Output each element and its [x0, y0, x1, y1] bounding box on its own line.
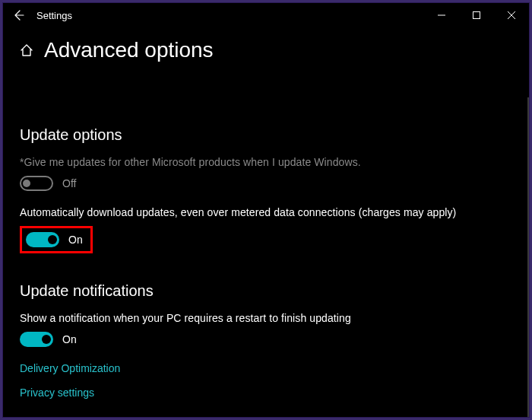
toggle-knob [48, 235, 57, 244]
update-notifications-heading: Update notifications [20, 282, 512, 300]
titlebar: Settings [3, 3, 529, 27]
page-title: Advanced options [44, 38, 214, 62]
ms-products-updates-label: *Give me updates for other Microsoft pro… [20, 156, 512, 168]
ms-products-updates-state: Off [62, 177, 76, 189]
scrollbar[interactable] [527, 97, 529, 417]
toggle-knob [42, 335, 51, 344]
home-icon [20, 43, 33, 57]
maximize-icon [473, 11, 480, 19]
arrow-left-icon [12, 9, 24, 21]
privacy-settings-link[interactable]: Privacy settings [20, 387, 512, 399]
app-title: Settings [33, 10, 72, 21]
content-area: Advanced options Update options *Give me… [3, 27, 529, 417]
close-icon [508, 11, 515, 19]
maximize-button[interactable] [459, 3, 494, 27]
metered-download-toggle[interactable] [26, 232, 59, 247]
metered-download-label: Automatically download updates, even ove… [20, 206, 512, 218]
restart-notification-label: Show a notification when your PC require… [20, 312, 512, 324]
settings-window: Settings Advanced options [2, 2, 530, 418]
close-button[interactable] [494, 3, 529, 27]
svg-rect-1 [473, 12, 480, 19]
ms-products-updates-toggle-row: Off [20, 176, 512, 191]
back-button[interactable] [3, 9, 33, 21]
restart-notification-toggle[interactable] [20, 332, 53, 347]
highlight-annotation: On [20, 226, 93, 253]
update-options-heading: Update options [20, 126, 512, 144]
home-button[interactable] [20, 43, 33, 57]
restart-notification-state: On [62, 333, 77, 345]
minimize-icon [438, 11, 445, 19]
page-header: Advanced options [20, 38, 512, 62]
minimize-button[interactable] [424, 3, 459, 27]
toggle-knob [23, 180, 30, 187]
restart-notification-toggle-row: On [20, 332, 512, 347]
delivery-optimization-link[interactable]: Delivery Optimization [20, 362, 512, 374]
ms-products-updates-toggle[interactable] [20, 176, 53, 191]
metered-download-state: On [68, 234, 83, 246]
